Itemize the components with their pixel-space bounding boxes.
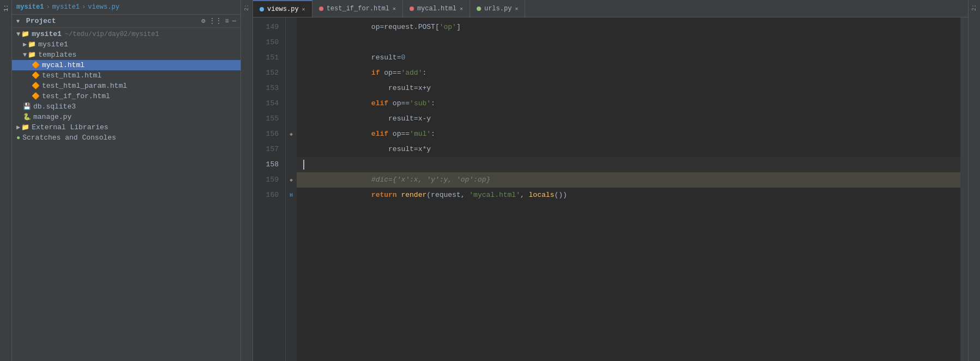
tab-close-mycal-html[interactable]: ✕	[460, 5, 463, 12]
tree-label-test-html: test_html.html	[42, 71, 101, 80]
project-panel-header: ▼ Project ⚙ ⋮⋮ ≡ —	[12, 15, 241, 28]
tab-indicator-urls-py	[477, 7, 481, 11]
tree-item-manage-py[interactable]: 🐍 manage.py	[12, 112, 241, 122]
arrow-right-icon-1: ▶	[23, 40, 27, 49]
code-line-149: op = request.POST['op']	[297, 20, 960, 35]
folder-icon-ext: 📁	[21, 123, 29, 131]
gear-icon[interactable]: ⚙	[201, 17, 205, 25]
tree-label-test-if-for: test_if_for.html	[42, 92, 110, 100]
tab-mycal-html[interactable]: mycal.html ✕	[403, 0, 470, 17]
project-panel-title: ▼ Project	[16, 17, 56, 25]
left-panel-strip: 1:	[0, 0, 12, 361]
vertical-scrollbar[interactable]	[960, 17, 968, 361]
gutter-153	[286, 81, 297, 96]
tree-item-test-html-param[interactable]: 🔶 test_html_param.html	[12, 81, 241, 91]
tree-item-db-sqlite3[interactable]: 💾 db.sqlite3	[12, 101, 241, 112]
code-line-152: if op == 'add':	[297, 65, 960, 81]
folder-icon-root: 📁	[21, 30, 29, 38]
breadcrumb-part-3[interactable]: views.py	[88, 3, 119, 11]
file-icon-test-html-param: 🔶	[32, 82, 40, 90]
structure-strip-label: 2:	[970, 0, 978, 15]
arrow-down-icon-templates: ▼	[23, 51, 27, 59]
code-line-150	[297, 35, 960, 50]
code-line-159: #dic={'x':x, 'y':y, 'op':op}	[297, 172, 960, 188]
code-container[interactable]: 149 150 151 152 153 154 155 156 157 158 …	[253, 17, 968, 361]
code-line-151: result = 0	[297, 50, 960, 65]
settings-icon[interactable]: ≡	[225, 17, 229, 25]
gutter-150	[286, 35, 297, 50]
tree-path-root: ~/tedu/vip/day02/mysite1	[65, 31, 159, 38]
tree-item-templates[interactable]: ▼ 📁 templates	[12, 50, 241, 60]
gutter-156: ◆	[286, 127, 297, 142]
tab-close-test-if-for[interactable]: ✕	[393, 5, 396, 12]
file-icon-mycal: 🔶	[32, 61, 40, 69]
scratches-icon: ●	[16, 134, 20, 142]
right-strip: 2:	[968, 0, 980, 361]
line-numbers: 149 150 151 152 153 154 155 156 157 158 …	[253, 17, 286, 361]
tab-label-views-py: views.py	[267, 5, 299, 13]
code-line-157: result = x * y	[297, 142, 960, 157]
breadcrumb-part-2[interactable]: mysite1	[52, 3, 80, 11]
arrow-right-icon-ext: ▶	[16, 123, 20, 131]
code-line-158	[297, 157, 960, 172]
tree-item-mycal-html[interactable]: 🔶 mycal.html	[12, 60, 241, 70]
tree-label-manage: manage.py	[33, 113, 71, 121]
gutter-149	[286, 20, 297, 35]
tab-views-py[interactable]: views.py ✕	[253, 0, 312, 17]
code-line-160: return render(request, 'mycal.html', loc…	[297, 188, 960, 203]
breadcrumb-sep-1: ›	[46, 3, 50, 11]
tree-label-root: mysite1	[32, 30, 62, 38]
tab-urls-py[interactable]: urls.py ✕	[470, 0, 525, 17]
tab-indicator-mycal-html	[410, 7, 414, 11]
split-icon[interactable]: ⋮⋮	[209, 17, 222, 25]
tree-item-ext-libs[interactable]: ▶ 📁 External Libraries	[12, 122, 241, 133]
tree-item-root[interactable]: ▼ 📁 mysite1 ~/tedu/vip/day02/mysite1	[12, 29, 241, 39]
file-icon-test-html: 🔶	[32, 71, 40, 80]
gutter-160: H	[286, 188, 297, 203]
code-line-155: result = x - y	[297, 111, 960, 127]
tree-item-test-if-for[interactable]: 🔶 test_if_for.html	[12, 91, 241, 101]
tab-close-views-py[interactable]: ✕	[302, 6, 305, 13]
file-icon-manage: 🐍	[23, 113, 31, 121]
gutter-151	[286, 50, 297, 65]
panel-icons: ⚙ ⋮⋮ ≡ —	[201, 17, 236, 25]
tree-item-scratches[interactable]: ● Scratches and Consoles	[12, 133, 241, 143]
minimize-icon[interactable]: —	[232, 17, 236, 25]
gutter: ◆ ◆ H	[286, 17, 297, 361]
tab-test-if-for[interactable]: test_if_for.html ✕	[312, 0, 403, 17]
file-icon-test-if-for: 🔶	[32, 92, 40, 100]
gutter-158	[286, 157, 297, 172]
tab-label-mycal-html: mycal.html	[417, 5, 456, 13]
tree-label-ext-libs: External Libraries	[32, 123, 108, 131]
tree-label-templates: templates	[38, 51, 76, 59]
tree-label-mysite1: mysite1	[38, 40, 68, 49]
tab-bar: views.py ✕ test_if_for.html ✕ mycal.html…	[253, 0, 968, 17]
tree-label-mycal-html: mycal.html	[42, 61, 85, 69]
folder-icon-templates: 📁	[28, 51, 36, 59]
project-expand-icon[interactable]: ▼	[16, 19, 20, 25]
tab-close-urls-py[interactable]: ✕	[515, 5, 518, 12]
sidebar: mysite1 › mysite1 › views.py ▼ Project ⚙…	[12, 0, 241, 361]
code-editor[interactable]: op = request.POST['op'] result = 0 if op…	[297, 17, 960, 361]
breadcrumb-part-1[interactable]: mysite1	[16, 3, 44, 11]
code-line-153: result = x + y	[297, 81, 960, 96]
tab-label-urls-py: urls.py	[484, 5, 512, 13]
gutter-157	[286, 142, 297, 157]
tree-item-test-html[interactable]: 🔶 test_html.html	[12, 70, 241, 81]
file-icon-db: 💾	[23, 103, 31, 111]
structure-strip: 2:	[241, 0, 253, 361]
panel-strip-label: 1:	[2, 0, 10, 16]
editor-area: views.py ✕ test_if_for.html ✕ mycal.html…	[253, 0, 968, 361]
tree-label-test-html-param: test_html_param.html	[42, 82, 127, 90]
folder-icon-1: 📁	[28, 40, 36, 49]
gutter-152	[286, 65, 297, 81]
breadcrumb-sep-2: ›	[82, 3, 86, 11]
tab-indicator-views-py	[260, 7, 264, 11]
tree-label-scratches: Scratches and Consoles	[22, 134, 116, 142]
tree-item-mysite1-sub[interactable]: ▶ 📁 mysite1	[12, 39, 241, 50]
code-line-154: elif op == 'sub':	[297, 96, 960, 111]
file-tree: ▼ 📁 mysite1 ~/tedu/vip/day02/mysite1 ▶ 📁…	[12, 28, 241, 361]
gutter-159: ◆	[286, 172, 297, 188]
arrow-down-icon: ▼	[16, 31, 20, 38]
gutter-155	[286, 111, 297, 127]
